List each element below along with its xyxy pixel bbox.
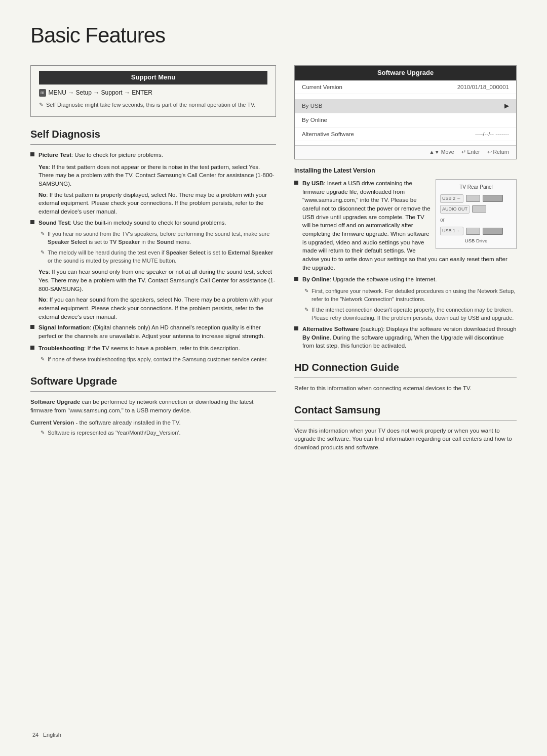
bullet-square <box>30 346 34 350</box>
usb-connector-2 <box>483 228 503 235</box>
footer-enter: ↵ Enter <box>461 148 480 156</box>
menu-icon: m <box>39 89 46 97</box>
troubleshooting-text: Troubleshooting: If the TV seems to have… <box>38 344 276 353</box>
usb-port-rect-1 <box>466 195 480 202</box>
alt-software-value: ----/--/-- ------- <box>475 130 509 139</box>
software-representation-note: Software is represented as 'Year/Month/D… <box>41 429 276 437</box>
bullet-square <box>294 277 298 281</box>
footer-return: ↩ Return <box>487 148 509 156</box>
sound-test-text: Sound Test: Use the built-in melody soun… <box>38 219 276 227</box>
support-menu-path: m MENU → Setup → Support → ENTER <box>39 89 267 97</box>
left-column: Support Menu m MENU → Setup → Support → … <box>30 65 276 456</box>
support-menu-box: Support Menu m MENU → Setup → Support → … <box>30 65 276 117</box>
usb-drive-label: USB Drive <box>440 237 512 244</box>
or-text: or <box>440 216 445 225</box>
usb-port-row-audio: AUDIO OUT <box>440 205 512 214</box>
bullet-square <box>30 152 34 156</box>
bullet-square <box>30 325 34 329</box>
alt-software-label: Alternative Software <box>302 130 354 139</box>
alt-software-item: Alternative Software (backup): Displays … <box>294 325 517 350</box>
by-online-text: By Online: Upgrade the software using th… <box>302 275 517 284</box>
sw-upgrade-alt-software-row: Alternative Software ----/--/-- ------- <box>295 128 516 142</box>
self-diagnosis-heading: Self Diagnosis <box>30 127 276 145</box>
picture-test-yes: Yes: If the test pattern does not appear… <box>38 163 276 188</box>
current-version-label: Current Version <box>302 83 342 92</box>
picture-test-text: Picture Test: Use to check for picture p… <box>38 151 276 159</box>
sound-test-yes: Yes: If you can hear sound only from one… <box>38 268 276 293</box>
bullet-square <box>294 181 298 185</box>
audio-port-rect <box>472 205 486 213</box>
usb-port-row-2: USB 1 ← <box>440 227 512 235</box>
usb-port-row-1: USB 2 ← <box>440 194 512 203</box>
by-usb-arrow: ▶ <box>504 102 509 110</box>
picture-test-bold: Picture Test <box>38 152 71 158</box>
by-usb-text: TV Rear Panel USB 2 ← AUDIO OUT <box>302 179 517 272</box>
page-language: English <box>43 732 61 738</box>
sound-test-note2: The melody will be heard during the test… <box>41 249 276 265</box>
signal-info-text: Signal Information: (Digital channels on… <box>38 323 276 340</box>
page-number: 24 English <box>30 728 61 740</box>
by-online-label: By Online <box>302 116 327 124</box>
sound-test-note1: If you hear no sound from the TV's speak… <box>41 230 276 246</box>
page-number-value: 24 <box>32 732 38 738</box>
sw-upgrade-intro: Software Upgrade can be performed by net… <box>30 398 276 414</box>
by-usb-item: TV Rear Panel USB 2 ← AUDIO OUT <box>294 179 517 272</box>
software-upgrade-heading: Software Upgrade <box>30 374 276 392</box>
usb-port-rect-2 <box>466 228 480 235</box>
hd-connection-text: Refer to this information when connectin… <box>294 384 517 393</box>
page: Basic Features Support Menu m MENU → Set… <box>0 0 547 756</box>
bullet-square <box>294 326 298 330</box>
sound-test-no: No: If you can hear sound from the speak… <box>38 296 276 321</box>
by-usb-label: By USB <box>302 102 322 110</box>
installing-heading: Installing the Latest Version <box>294 166 517 175</box>
sw-upgrade-by-online-row: By Online <box>295 113 516 128</box>
right-column: Software Upgrade Current Version 2010/01… <box>294 65 517 456</box>
sw-upgrade-current-version-row: Current Version 2010/01/18_000001 <box>295 80 516 95</box>
bullet-square <box>30 220 34 224</box>
picture-test-no: No: If the test pattern is properly disp… <box>38 191 276 216</box>
usb-ports: USB 2 ← AUDIO OUT or USB 1 ← <box>440 194 512 236</box>
contact-samsung-text: View this information when your TV does … <box>294 427 517 452</box>
usb-diagram-title: TV Rear Panel <box>440 184 512 191</box>
by-online-note2: If the internet connection doesn't opera… <box>304 306 517 322</box>
sw-upgrade-by-usb-row: By USB ▶ <box>295 99 516 113</box>
two-column-layout: Support Menu m MENU → Setup → Support → … <box>30 65 517 456</box>
support-menu-note: Self Diagnostic might take few seconds, … <box>39 101 267 109</box>
support-menu-path-text: MENU → Setup → Support → ENTER <box>49 89 152 97</box>
contact-samsung-heading: Contact Samsung <box>294 403 517 421</box>
page-title: Basic Features <box>30 20 517 51</box>
sw-upgrade-footer: ▲▼ Move ↵ Enter ↩ Return <box>295 145 516 158</box>
picture-test-item: Picture Test: Use to check for picture p… <box>30 151 276 159</box>
hd-connection-heading: HD Connection Guide <box>294 360 517 378</box>
software-upgrade-ui-box: Software Upgrade Current Version 2010/01… <box>294 65 517 159</box>
footer-move: ▲▼ Move <box>429 148 454 156</box>
usb-connector-1 <box>483 195 503 202</box>
troubleshooting-bold: Troubleshooting <box>38 345 84 351</box>
current-version-value: 2010/01/18_000001 <box>457 83 509 92</box>
sw-upgrade-ui-title: Software Upgrade <box>295 66 516 80</box>
troubleshooting-item: Troubleshooting: If the TV seems to have… <box>30 344 276 353</box>
by-online-item: By Online: Upgrade the software using th… <box>294 275 517 284</box>
signal-info-item: Signal Information: (Digital channels on… <box>30 323 276 340</box>
by-online-note1: First, configure your network. For detai… <box>304 287 517 304</box>
alt-software-text: Alternative Software (backup): Displays … <box>302 325 517 350</box>
current-version-note: Current Version - the software already i… <box>30 418 276 427</box>
sound-test-item: Sound Test: Use the built-in melody soun… <box>30 219 276 227</box>
sound-test-bold: Sound Test <box>38 220 70 226</box>
usb1-label: USB 2 ← <box>440 194 463 203</box>
signal-info-bold: Signal Information <box>38 324 90 330</box>
troubleshooting-note: If none of these troubleshooting tips ap… <box>41 356 276 364</box>
audio-label: AUDIO OUT <box>440 205 470 214</box>
usb2-label: USB 1 ← <box>440 227 463 235</box>
support-menu-title: Support Menu <box>39 71 267 85</box>
usb-diagram: TV Rear Panel USB 2 ← AUDIO OUT <box>436 179 517 249</box>
